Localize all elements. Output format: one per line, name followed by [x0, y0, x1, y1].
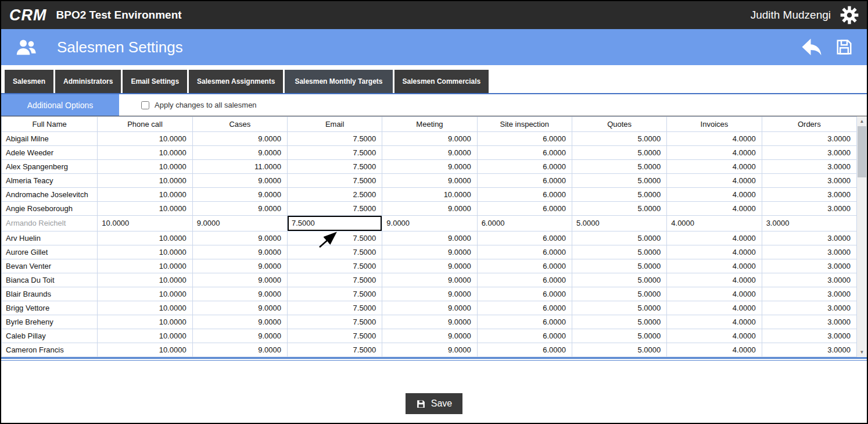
target-value-cell[interactable]: 6.0000: [477, 202, 572, 216]
target-value-cell[interactable]: 10.0000: [98, 216, 192, 231]
target-value-cell[interactable]: 3.0000: [762, 202, 856, 216]
target-value-cell[interactable]: 10.0000: [98, 259, 192, 273]
target-value-cell[interactable]: 4.0000: [667, 245, 762, 259]
scroll-up-button[interactable]: ▲: [857, 116, 867, 126]
vertical-scrollbar[interactable]: ▲ ▼: [857, 116, 867, 357]
target-value-cell[interactable]: 5.0000: [572, 174, 666, 188]
target-value-cell[interactable]: 6.0000: [477, 216, 572, 231]
column-header-orders[interactable]: Orders: [762, 117, 856, 132]
salesman-name-cell[interactable]: Armando Reichelt: [2, 216, 98, 231]
target-value-cell[interactable]: 5.0000: [572, 160, 666, 174]
target-value-cell[interactable]: 10.0000: [98, 202, 192, 216]
target-value-cell[interactable]: 3.0000: [762, 259, 856, 273]
target-value-cell[interactable]: 7.5000: [287, 132, 382, 146]
salesman-name-cell[interactable]: Almeria Teacy: [2, 174, 98, 188]
target-value-cell[interactable]: 10.0000: [382, 188, 477, 202]
target-value-cell[interactable]: 4.0000: [667, 329, 762, 343]
target-value-cell[interactable]: 6.0000: [477, 231, 572, 245]
target-value-cell[interactable]: 5.0000: [572, 287, 666, 301]
apply-all-checkbox[interactable]: [141, 101, 149, 109]
salesman-name-cell[interactable]: Aurore Gillet: [2, 245, 98, 259]
target-value-cell[interactable]: 5.0000: [572, 231, 666, 245]
target-value-cell[interactable]: 9.0000: [382, 343, 477, 357]
target-value-cell[interactable]: 3.0000: [762, 315, 856, 329]
target-value-cell[interactable]: 5.0000: [572, 273, 666, 287]
target-value-cell[interactable]: 3.0000: [762, 146, 856, 160]
target-value-cell[interactable]: 2.5000: [287, 188, 382, 202]
tab-salesmen-commercials[interactable]: Salesmen Commercials: [394, 70, 489, 93]
salesman-name-cell[interactable]: Brigg Vettore: [2, 301, 98, 315]
back-button[interactable]: [801, 38, 823, 57]
target-value-cell[interactable]: 4.0000: [667, 315, 762, 329]
target-value-cell[interactable]: 6.0000: [477, 259, 572, 273]
target-value-cell[interactable]: 3.0000: [762, 301, 856, 315]
target-value-cell[interactable]: 5.0000: [572, 301, 666, 315]
target-value-cell[interactable]: 9.0000: [382, 132, 477, 146]
target-value-cell[interactable]: 9.0000: [192, 343, 287, 357]
salesman-name-cell[interactable]: Arv Huelin: [2, 231, 98, 245]
target-value-cell[interactable]: 6.0000: [477, 245, 572, 259]
target-value-cell[interactable]: 7.5000: [287, 146, 382, 160]
target-value-cell[interactable]: 9.0000: [192, 202, 287, 216]
target-value-cell[interactable]: 9.0000: [382, 273, 477, 287]
target-value-cell[interactable]: 7.5000: [287, 174, 382, 188]
target-value-cell[interactable]: 4.0000: [667, 343, 762, 357]
target-value-cell[interactable]: 3.0000: [762, 174, 856, 188]
target-value-cell[interactable]: 10.0000: [98, 132, 192, 146]
target-value-cell[interactable]: 3.0000: [762, 216, 856, 231]
target-value-cell[interactable]: 5.0000: [572, 259, 666, 273]
target-value-cell[interactable]: 4.0000: [667, 160, 762, 174]
target-value-cell[interactable]: 4.0000: [667, 273, 762, 287]
column-header-phone-call[interactable]: Phone call: [98, 117, 192, 132]
target-value-cell[interactable]: 9.0000: [192, 188, 287, 202]
column-header-cases[interactable]: Cases: [192, 117, 287, 132]
target-value-cell[interactable]: 7.5000: [287, 301, 382, 315]
target-value-cell[interactable]: 9.0000: [192, 146, 287, 160]
target-value-cell[interactable]: 9.0000: [192, 259, 287, 273]
target-value-cell[interactable]: 6.0000: [477, 174, 572, 188]
target-value-cell[interactable]: 3.0000: [762, 160, 856, 174]
target-value-cell[interactable]: 9.0000: [382, 315, 477, 329]
target-value-cell[interactable]: 4.0000: [667, 216, 762, 231]
additional-options-tab[interactable]: Additional Options: [1, 94, 119, 116]
target-value-cell[interactable]: 10.0000: [98, 245, 192, 259]
target-value-cell[interactable]: 6.0000: [477, 287, 572, 301]
target-value-cell[interactable]: 10.0000: [98, 231, 192, 245]
target-value-cell[interactable]: 7.5000: [287, 245, 382, 259]
target-value-cell[interactable]: 10.0000: [98, 160, 192, 174]
target-value-cell[interactable]: 4.0000: [667, 132, 762, 146]
column-header-email[interactable]: Email: [287, 117, 382, 132]
target-value-cell[interactable]: 9.0000: [192, 245, 287, 259]
target-value-cell[interactable]: 10.0000: [98, 329, 192, 343]
target-value-cell[interactable]: 10.0000: [98, 174, 192, 188]
salesman-name-cell[interactable]: Andromache Joselevitch: [2, 188, 98, 202]
column-header-invoices[interactable]: Invoices: [667, 117, 762, 132]
target-value-cell[interactable]: 3.0000: [762, 132, 856, 146]
target-value-cell[interactable]: 9.0000: [192, 132, 287, 146]
target-value-cell[interactable]: 4.0000: [667, 259, 762, 273]
target-value-cell[interactable]: 3.0000: [762, 231, 856, 245]
target-value-cell[interactable]: 9.0000: [192, 315, 287, 329]
salesman-name-cell[interactable]: Alex Spangenberg: [2, 160, 98, 174]
target-value-cell[interactable]: 7.5000: [287, 315, 382, 329]
target-value-cell[interactable]: 10.0000: [98, 287, 192, 301]
target-value-cell[interactable]: 6.0000: [477, 343, 572, 357]
target-value-cell[interactable]: 3.0000: [762, 188, 856, 202]
column-header-quotes[interactable]: Quotes: [572, 117, 666, 132]
target-value-cell[interactable]: 10.0000: [98, 343, 192, 357]
gear-icon[interactable]: [840, 6, 859, 24]
target-value-cell[interactable]: 9.0000: [382, 174, 477, 188]
target-value-cell[interactable]: 9.0000: [382, 160, 477, 174]
target-value-cell[interactable]: 9.0000: [382, 287, 477, 301]
target-value-cell[interactable]: 9.0000: [382, 329, 477, 343]
target-value-cell[interactable]: 7.5000: [287, 329, 382, 343]
salesman-name-cell[interactable]: Cameron Francis: [2, 343, 98, 357]
target-value-cell[interactable]: 3.0000: [762, 245, 856, 259]
target-value-cell[interactable]: 6.0000: [477, 160, 572, 174]
target-value-cell[interactable]: 9.0000: [192, 287, 287, 301]
salesman-name-cell[interactable]: Bevan Venter: [2, 259, 98, 273]
target-value-cell[interactable]: 9.0000: [382, 301, 477, 315]
salesman-name-cell[interactable]: Blair Braunds: [2, 287, 98, 301]
target-value-cell[interactable]: 9.0000: [192, 216, 287, 231]
target-value-cell[interactable]: 3.0000: [762, 343, 856, 357]
